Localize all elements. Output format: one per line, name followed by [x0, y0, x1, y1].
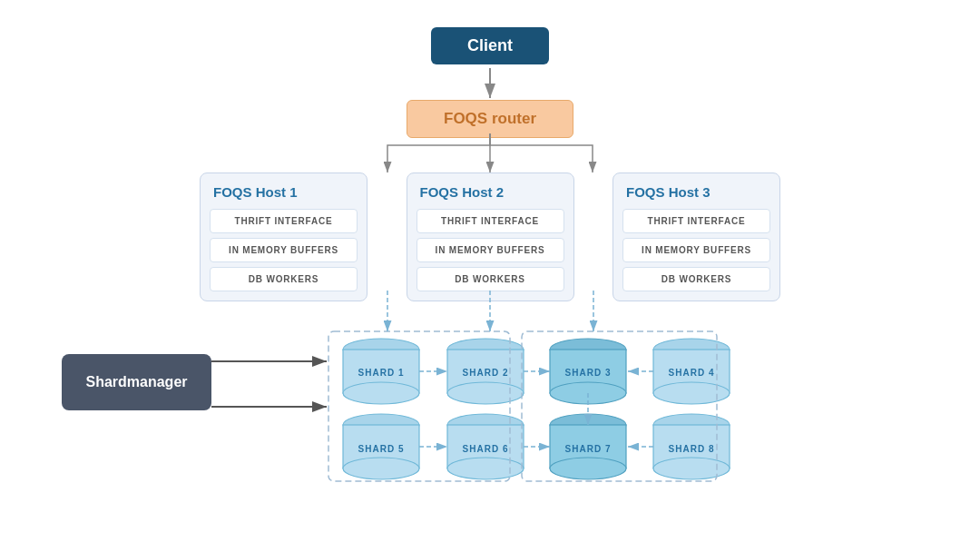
svg-point-29: [653, 414, 730, 436]
shard-3-label: SHARD 3: [565, 368, 612, 378]
client-label: Client: [467, 36, 513, 54]
shard-5-label: SHARD 5: [358, 444, 405, 454]
shard-7-label: SHARD 7: [565, 444, 612, 454]
host-3-title: FOQS Host 3: [622, 184, 770, 200]
shard-1-label: SHARD 1: [358, 368, 405, 378]
host-container: FOQS Host 1 THRIFT INTERFACE IN MEMORY B…: [200, 172, 780, 301]
host-2-title: FOQS Host 2: [416, 184, 564, 200]
host-2-row-3: DB WORKERS: [416, 267, 564, 291]
shard-4-label: SHARD 4: [669, 368, 715, 378]
shardmanager-box: Shardmanager: [62, 354, 211, 410]
svg-point-19: [653, 382, 730, 404]
svg-point-28: [550, 458, 626, 479]
shardmanager-label: Shardmanager: [85, 374, 187, 389]
svg-point-17: [653, 339, 730, 360]
svg-point-10: [343, 382, 419, 404]
host-1-title: FOQS Host 1: [210, 184, 358, 200]
diagram: Client FOQS router FOQS Host 1 THRIFT IN…: [0, 0, 980, 552]
host-1-row-3: DB WORKERS: [210, 267, 358, 291]
router-box: FOQS router: [407, 100, 573, 138]
svg-rect-24: [447, 425, 524, 468]
host-box-2: FOQS Host 2 THRIFT INTERFACE IN MEMORY B…: [407, 172, 574, 301]
shard-2-label: SHARD 2: [463, 368, 509, 378]
host-3-row-2: IN MEMORY BUFFERS: [622, 238, 770, 262]
svg-rect-30: [653, 425, 730, 468]
svg-point-13: [447, 382, 524, 404]
svg-point-14: [550, 339, 626, 360]
svg-point-26: [550, 414, 626, 436]
client-box: Client: [431, 27, 549, 64]
svg-point-25: [447, 458, 524, 479]
svg-rect-15: [550, 350, 626, 393]
svg-point-31: [653, 458, 730, 479]
svg-point-20: [343, 414, 419, 436]
svg-rect-40: [522, 331, 717, 481]
svg-rect-39: [328, 331, 510, 481]
host-2-row-1: THRIFT INTERFACE: [416, 209, 564, 233]
host-1-row-2: IN MEMORY BUFFERS: [210, 238, 358, 262]
shard-6-label: SHARD 6: [463, 444, 509, 454]
host-2-row-2: IN MEMORY BUFFERS: [416, 238, 564, 262]
svg-rect-21: [343, 425, 419, 468]
svg-point-22: [343, 458, 419, 479]
svg-point-8: [343, 339, 419, 360]
host-3-row-3: DB WORKERS: [622, 267, 770, 291]
svg-rect-9: [343, 350, 419, 393]
svg-point-23: [447, 414, 524, 436]
svg-point-16: [550, 382, 626, 404]
svg-rect-18: [653, 350, 730, 393]
host-1-row-1: THRIFT INTERFACE: [210, 209, 358, 233]
shard-8-label: SHARD 8: [669, 444, 715, 454]
host-box-1: FOQS Host 1 THRIFT INTERFACE IN MEMORY B…: [200, 172, 368, 301]
host-3-row-1: THRIFT INTERFACE: [622, 209, 770, 233]
host-box-3: FOQS Host 3 THRIFT INTERFACE IN MEMORY B…: [612, 172, 780, 301]
svg-rect-27: [550, 425, 626, 468]
router-label: FOQS router: [444, 110, 536, 127]
svg-rect-12: [447, 350, 524, 393]
svg-point-11: [447, 339, 524, 360]
